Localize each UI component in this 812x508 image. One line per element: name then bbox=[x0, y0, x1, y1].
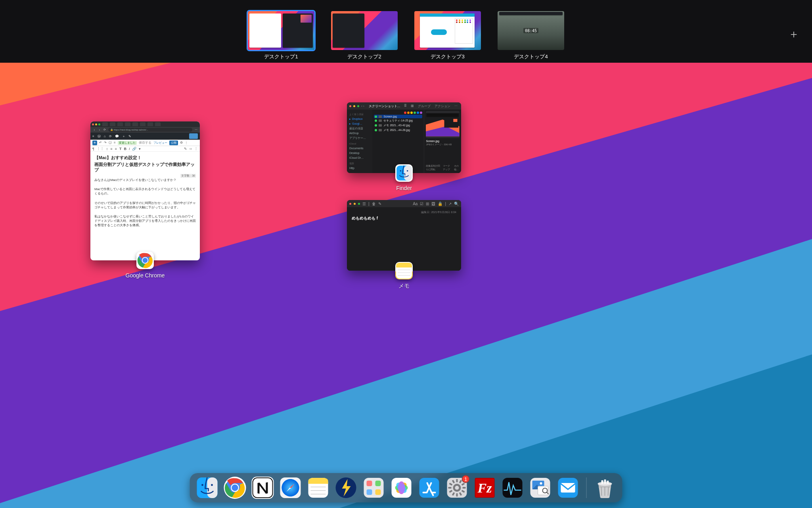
svg-rect-46 bbox=[375, 489, 381, 495]
sidebar-item[interactable]: アプリケー… bbox=[349, 136, 370, 140]
publish-button[interactable]: 公開 bbox=[169, 140, 178, 145]
reload-icon[interactable]: ⟳ bbox=[103, 128, 106, 131]
dock-preview[interactable] bbox=[529, 477, 552, 499]
sidebar-item[interactable]: Documents bbox=[349, 146, 370, 151]
svg-point-65 bbox=[540, 482, 542, 485]
wordpress-icon[interactable]: ⓦ bbox=[98, 134, 101, 139]
post-title-line1: 【Mac】おすすめ設定！ bbox=[94, 155, 196, 161]
file-row[interactable]: メモ 2021...43-42.jpg bbox=[374, 123, 422, 128]
svg-rect-45 bbox=[367, 489, 372, 495]
svg-rect-9 bbox=[454, 119, 458, 122]
sidebar-item[interactable]: Desktop bbox=[349, 151, 370, 156]
file-row[interactable]: セキュリティ-14-25.jpg bbox=[374, 118, 422, 123]
dock-chrome[interactable] bbox=[224, 477, 246, 499]
dock-finder[interactable] bbox=[196, 477, 218, 499]
svg-rect-16 bbox=[396, 266, 412, 267]
space-label: デスクトップ4 bbox=[514, 53, 548, 60]
space-label: デスクトップ3 bbox=[431, 53, 464, 60]
post-title-line2: 画面分割アプリと仮想デスクトップで作業効率アップ bbox=[94, 162, 196, 173]
space-desktop-4[interactable]: 08:45 デスクトップ4 bbox=[498, 11, 564, 60]
sidebar-item[interactable]: AirDrop bbox=[349, 131, 370, 136]
sidebar-item[interactable]: iCloud Dr… bbox=[349, 156, 370, 160]
space-desktop-3[interactable]: デスクトップ3 bbox=[414, 11, 481, 60]
notes-edited-date: 編集日: 2021年9月28日 8:04 bbox=[352, 210, 456, 214]
search-icon[interactable]: 🔍 bbox=[454, 202, 459, 206]
dock-notes[interactable] bbox=[307, 477, 329, 499]
notes-app-icon bbox=[395, 262, 413, 279]
space-label: デスクトップ2 bbox=[347, 53, 381, 60]
svg-rect-36 bbox=[308, 481, 328, 484]
svg-line-75 bbox=[601, 487, 602, 496]
svg-rect-5 bbox=[427, 114, 459, 117]
svg-point-27 bbox=[232, 485, 238, 491]
svg-point-23 bbox=[211, 484, 213, 486]
file-row[interactable]: メモ 2021...44-28.jpg bbox=[374, 128, 422, 133]
sidebar-item[interactable]: 最近の項目 bbox=[349, 126, 370, 131]
nav-forward-icon[interactable]: › bbox=[98, 129, 101, 131]
finder-sidebar: よく使う項目 ▸ Dropbox ▸ Googl… 最近の項目 AirDrop … bbox=[347, 110, 372, 173]
svg-point-52 bbox=[398, 481, 405, 494]
finder-title: スクリーンショット… bbox=[369, 104, 400, 108]
dock: 1 Fz bbox=[190, 473, 622, 502]
dock-filezilla[interactable]: Fz bbox=[474, 477, 496, 499]
file-row[interactable]: Screen.jpg bbox=[374, 115, 422, 118]
avatar[interactable] bbox=[189, 133, 198, 139]
svg-rect-43 bbox=[367, 481, 372, 486]
badge: 1 bbox=[462, 475, 470, 483]
dock-settings[interactable]: 1 bbox=[446, 477, 468, 499]
home-icon[interactable]: ⌂ bbox=[104, 135, 106, 138]
svg-rect-42 bbox=[364, 478, 384, 498]
notes-app-label: メモ bbox=[398, 283, 410, 290]
dock-activity[interactable] bbox=[502, 477, 524, 499]
sidebar-item[interactable]: Http bbox=[349, 166, 370, 171]
svg-rect-74 bbox=[607, 481, 609, 484]
space-desktop-1[interactable]: デスクトップ1 bbox=[248, 11, 314, 60]
chrome-app-icon bbox=[136, 252, 154, 269]
chrome-app-label: Google Chrome bbox=[126, 272, 165, 279]
dock-safari[interactable] bbox=[280, 477, 302, 499]
space-desktop-2[interactable]: デスクトップ2 bbox=[331, 11, 398, 60]
finder-app-icon bbox=[395, 164, 413, 182]
svg-rect-73 bbox=[604, 479, 606, 484]
finder-app-label: Finder bbox=[396, 185, 412, 191]
dock-thunderbolt[interactable] bbox=[335, 477, 357, 499]
svg-point-12 bbox=[400, 170, 401, 171]
dock-photos[interactable] bbox=[391, 477, 413, 499]
mc-window-finder[interactable]: ‹ › スクリーンショット… ≣▦ グループ アクション ⋯ よく使う項目 ▸ … bbox=[347, 102, 461, 191]
gear-icon[interactable]: ⚙ bbox=[180, 141, 183, 144]
dock-trash[interactable] bbox=[594, 477, 616, 499]
svg-rect-70 bbox=[561, 483, 575, 493]
hamburger-icon[interactable]: ≡ bbox=[92, 135, 94, 138]
mc-window-notes[interactable]: ☰ | 🗑 ✎ Aa☑⊞🖼🔒 |↗🔍 編集日: 2021年9月28日 8:04 … bbox=[347, 200, 461, 290]
omnibox[interactable]: 🔒 https://next-blog.net/wp-admin/... bbox=[108, 128, 192, 132]
mc-window-chrome[interactable]: ‹ › ⟳ 🔒 https://next-blog.net/wp-admin/.… bbox=[90, 121, 200, 279]
preview-button[interactable]: プレビュー bbox=[153, 141, 167, 145]
spaces-bar: デスクトップ1 デスクトップ2 デスクトップ3 08:4 bbox=[0, 0, 812, 63]
word-count: 文字数 : 36 bbox=[180, 174, 196, 178]
dock-notion[interactable] bbox=[252, 477, 274, 499]
sidebar-item[interactable]: ▸ Googl… bbox=[349, 121, 370, 126]
sidebar-item[interactable]: ▸ Dropbox bbox=[349, 117, 370, 121]
dock-launchpad[interactable] bbox=[363, 477, 385, 499]
svg-point-13 bbox=[407, 170, 408, 171]
delete-icon[interactable]: 🗑 bbox=[372, 202, 376, 206]
mission-control-desktop: ‹ › ⟳ 🔒 https://next-blog.net/wp-admin/.… bbox=[0, 63, 812, 508]
space-label: デスクトップ1 bbox=[264, 53, 298, 60]
dock-appstore[interactable] bbox=[418, 477, 440, 499]
svg-rect-11 bbox=[404, 165, 412, 181]
dock-separator bbox=[586, 477, 587, 498]
sidebar-toggle-icon[interactable]: ☰ bbox=[362, 202, 366, 206]
svg-rect-72 bbox=[601, 480, 603, 484]
notes-content: めもめもめも f bbox=[352, 216, 456, 221]
compose-icon[interactable]: ✎ bbox=[378, 202, 381, 206]
svg-point-57 bbox=[455, 486, 459, 490]
dock-mail[interactable] bbox=[557, 477, 579, 499]
add-space-button[interactable]: ＋ bbox=[788, 29, 799, 40]
svg-point-3 bbox=[143, 258, 148, 263]
nav-back-icon[interactable]: ‹ bbox=[93, 129, 96, 131]
add-block-button[interactable]: + bbox=[92, 140, 97, 145]
svg-rect-56 bbox=[456, 479, 458, 482]
svg-rect-44 bbox=[375, 481, 381, 486]
save-draft-button[interactable]: 保存する bbox=[139, 140, 151, 145]
svg-point-22 bbox=[201, 484, 203, 486]
